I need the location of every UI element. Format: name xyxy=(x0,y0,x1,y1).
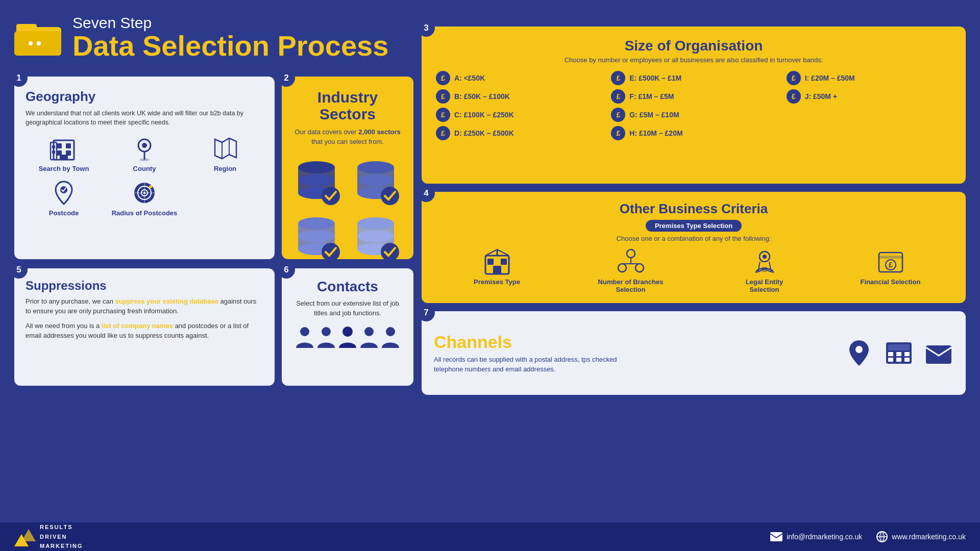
contacts-desc: Select from our extensive list of job ti… xyxy=(291,299,404,318)
geo-item-county: County xyxy=(106,135,183,172)
turnover-H: £ H: £10M – £20M xyxy=(611,126,776,140)
geo-item-radius: Radius of Postcodes xyxy=(106,180,183,217)
svg-point-15 xyxy=(142,143,147,148)
geo-postcode-label: Postcode xyxy=(49,209,79,217)
section-size: 3 Size of Organisation Choose by number … xyxy=(422,27,966,184)
email-channel-icon xyxy=(924,338,953,368)
svg-marker-84 xyxy=(21,529,36,541)
svg-point-52 xyxy=(618,264,626,272)
geo-region-label: Region xyxy=(214,165,236,172)
turnover-A: £ A: <£50K xyxy=(436,71,601,85)
person-icon-1 xyxy=(295,325,314,349)
section-industry: 2 Industry Sectors Our data covers over … xyxy=(282,77,413,259)
svg-rect-78 xyxy=(904,352,910,356)
svg-point-73 xyxy=(855,346,863,353)
svg-rect-46 xyxy=(501,259,507,265)
person-icon-3 xyxy=(338,325,357,349)
step-3-badge: 3 xyxy=(418,19,435,37)
section-suppressions: 5 Suppressions Prior to any purchase, we… xyxy=(14,268,275,386)
map-icon xyxy=(212,135,238,162)
email-footer-icon xyxy=(770,532,782,541)
svg-rect-12 xyxy=(52,145,55,148)
svg-line-49 xyxy=(485,249,497,256)
turnover-B: £ B: £50K – £100K xyxy=(436,89,601,104)
database-icon-1 xyxy=(291,156,342,207)
svg-point-39 xyxy=(322,243,340,261)
legal-icon xyxy=(751,248,778,276)
person-icon-5 xyxy=(381,325,400,349)
telephone-channel-icon xyxy=(884,338,914,368)
geo-county-label: County xyxy=(133,165,156,172)
size-title: Size of Organisation xyxy=(436,38,951,54)
svg-marker-17 xyxy=(215,138,236,159)
other-subtitle: Choose one or a combination of any of th… xyxy=(434,235,953,242)
geo-item-town: Search by Town xyxy=(26,135,102,172)
turnover-D: £ D: £250K – £500K xyxy=(436,126,601,140)
turnover-empty1 xyxy=(787,108,951,122)
svg-point-34 xyxy=(357,174,394,186)
contacts-title: Contacts xyxy=(291,279,404,295)
legal-label: Legal Entity Selection xyxy=(731,278,798,293)
svg-point-71 xyxy=(364,327,374,336)
svg-line-50 xyxy=(497,249,509,256)
geography-desc: We understand that not all clients work … xyxy=(26,109,263,127)
svg-point-4 xyxy=(37,41,41,45)
step-4-badge: 4 xyxy=(418,185,435,202)
step-7-badge: 7 xyxy=(418,304,435,321)
rdm-logo-icon xyxy=(14,527,36,546)
svg-text:£: £ xyxy=(889,261,893,269)
industry-title: Industry Sectors xyxy=(291,89,404,122)
header: Seven Step Data Selection Process xyxy=(14,14,388,60)
geo-item-region: Region xyxy=(187,135,263,172)
svg-rect-65 xyxy=(879,256,902,259)
footer-logo-text: RESULTSDRIVENMARKETING xyxy=(40,522,83,551)
premises-label: Premises Type xyxy=(474,278,520,286)
database-icon-3 xyxy=(291,212,342,263)
map-pin-icon xyxy=(131,135,158,162)
svg-rect-79 xyxy=(888,358,893,362)
turnover-G: £ G: £5M – £10M xyxy=(611,108,776,122)
svg-point-53 xyxy=(635,264,644,272)
footer: RESULTSDRIVENMARKETING info@rdmarketing.… xyxy=(0,522,980,551)
geography-title: Geography xyxy=(26,89,263,105)
header-title: Data Selection Process xyxy=(72,32,388,60)
svg-point-3 xyxy=(29,41,33,45)
turnover-C: £ C: £100K – £250K xyxy=(436,108,601,122)
svg-point-30 xyxy=(298,174,335,186)
industry-desc: Our data covers over 2,000 sectors that … xyxy=(291,128,404,147)
svg-point-42 xyxy=(357,230,394,242)
svg-point-68 xyxy=(300,327,309,336)
location-channel-icon xyxy=(844,338,874,368)
step-1-badge: 1 xyxy=(10,69,28,87)
turnover-E: £ E: £500K – £1M xyxy=(611,71,776,85)
step-2-badge: 2 xyxy=(278,69,295,87)
turnover-I: £ I: £20M – £50M xyxy=(787,71,951,85)
footer-email: info@rdmarketing.co.uk xyxy=(787,533,862,541)
person-icon-4 xyxy=(359,325,379,349)
svg-rect-76 xyxy=(888,352,893,356)
svg-point-43 xyxy=(381,243,399,261)
section-other-business: 4 Other Business Criteria Premises Type … xyxy=(422,192,966,303)
svg-rect-75 xyxy=(888,344,910,350)
svg-rect-47 xyxy=(493,266,501,274)
svg-point-72 xyxy=(386,327,395,336)
svg-point-35 xyxy=(381,187,399,205)
premises-badge: Premises Type Selection xyxy=(646,220,742,232)
building-icon xyxy=(50,135,78,162)
svg-rect-6 xyxy=(57,143,62,148)
other-branches: Number of Branches Selection xyxy=(590,248,672,293)
other-legal: Legal Entity Selection xyxy=(731,248,798,293)
header-subtitle: Seven Step xyxy=(72,14,388,32)
svg-rect-10 xyxy=(60,155,68,160)
other-title: Other Business Criteria xyxy=(434,201,953,217)
radius-icon xyxy=(131,180,158,206)
geo-radius-label: Radius of Postcodes xyxy=(112,209,178,217)
other-financial: £ Financial Selection xyxy=(857,248,924,286)
svg-point-38 xyxy=(298,230,335,242)
footer-website: www.rdmarketing.co.uk xyxy=(892,533,966,541)
globe-footer-icon xyxy=(876,531,888,542)
svg-rect-81 xyxy=(904,358,910,362)
branches-icon xyxy=(617,248,645,276)
section-channels: 7 Channels All records can be supplied w… xyxy=(422,311,966,395)
postcode-icon xyxy=(51,180,77,206)
